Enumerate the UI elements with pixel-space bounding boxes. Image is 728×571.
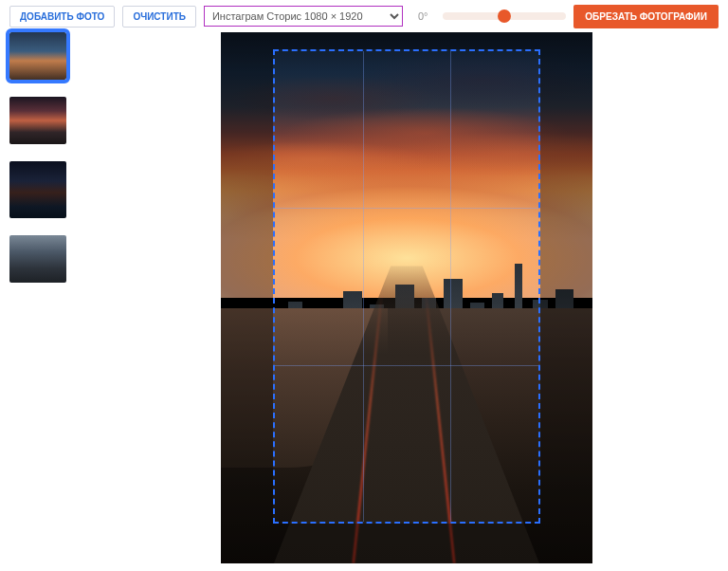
preset-select[interactable]: Инстаграм Сторис 1080 × 1920 [204,6,403,27]
thumbnail-3[interactable] [9,161,66,218]
crop-button[interactable]: ОБРЕЗАТЬ ФОТОГРАФИИ [573,5,719,28]
rotation-slider-thumb[interactable] [498,9,511,23]
main-area [0,32,728,571]
thumbnail-1[interactable] [9,32,66,80]
crop-grid-line [450,51,451,522]
rotation-control: 0° [418,10,566,22]
crop-grid-line [363,51,364,522]
thumbnail-strip [0,32,85,571]
rotation-slider[interactable] [443,12,566,20]
thumbnail-4[interactable] [9,235,66,283]
toolbar: ДОБАВИТЬ ФОТО ОЧИСТИТЬ Инстаграм Сторис … [0,0,728,32]
thumbnail-2[interactable] [9,97,66,144]
clear-button[interactable]: ОЧИСТИТЬ [122,6,196,28]
crop-grid-line [275,365,538,366]
crop-selection[interactable] [273,49,540,524]
rotation-value: 0° [418,10,437,22]
image-canvas[interactable] [221,32,592,563]
canvas-wrap [85,32,728,571]
add-photo-button[interactable]: ДОБАВИТЬ ФОТО [9,6,115,28]
crop-grid-line [275,208,538,209]
